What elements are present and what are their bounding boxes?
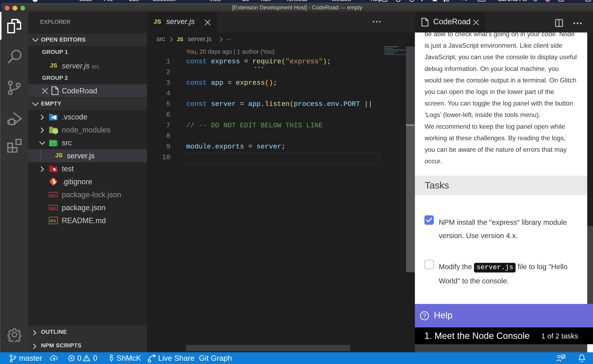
svg-text:M: M (50, 218, 53, 223)
svg-text:?: ? (423, 312, 426, 319)
svg-text:npm: npm (50, 193, 56, 196)
svg-text:npm: npm (50, 206, 56, 209)
svg-text:JS: JS (54, 130, 57, 133)
svg-text:</>: </> (51, 142, 58, 147)
